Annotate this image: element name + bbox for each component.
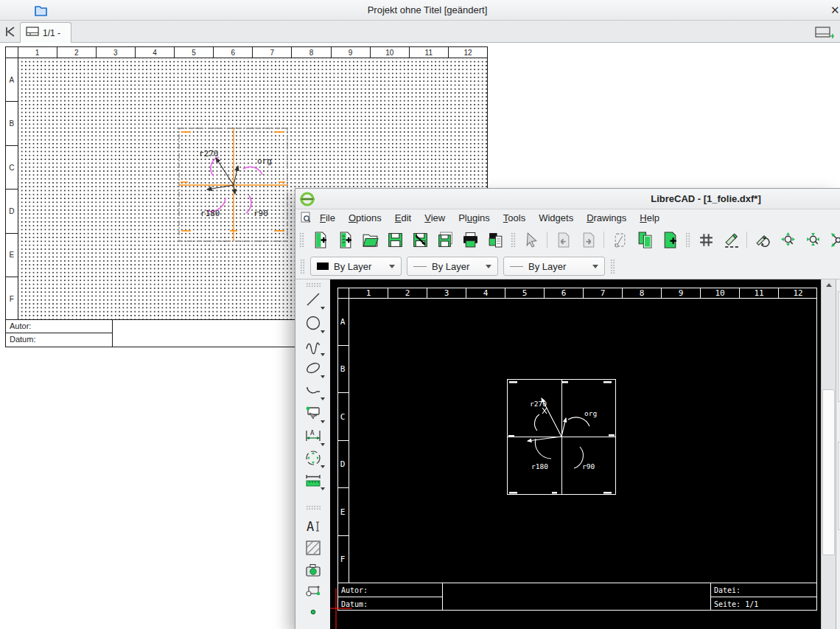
- grid-toggle-icon[interactable]: [696, 230, 715, 249]
- svg-text:6: 6: [561, 288, 567, 298]
- document-new-template-icon[interactable]: [335, 230, 354, 249]
- select-pointer-icon[interactable]: [522, 230, 541, 249]
- circle-tool-icon[interactable]: [303, 313, 323, 333]
- menu-plugins[interactable]: Plugins: [452, 212, 497, 223]
- ruler-row: C: [6, 146, 18, 190]
- palette-handle[interactable]: [306, 282, 321, 287]
- sheet-icon: [26, 27, 39, 39]
- menu-tools[interactable]: Tools: [497, 212, 532, 223]
- svg-text:8: 8: [640, 288, 645, 298]
- hatch-tool-icon[interactable]: [303, 538, 323, 558]
- redraw-icon[interactable]: [753, 230, 772, 249]
- zoom-auto-icon[interactable]: [828, 230, 840, 249]
- line-width-select[interactable]: By Layer: [407, 257, 498, 276]
- ruler-col: 6: [214, 47, 253, 58]
- canvas-seite-label: Seite: 1/1: [714, 600, 758, 608]
- ruler-col: 1: [18, 47, 57, 58]
- scroll-up-icon[interactable]: [822, 279, 836, 291]
- svg-text:B: B: [340, 364, 346, 374]
- line-type-select[interactable]: By Layer: [503, 257, 605, 276]
- paste-icon[interactable]: [660, 230, 679, 249]
- bg-label-r270: r270: [199, 149, 219, 159]
- svg-text:2: 2: [405, 288, 410, 298]
- draft-mode-icon[interactable]: [721, 230, 741, 249]
- drawing-canvas[interactable]: 1 2 3 4 5 6 7 8 9 10 11 12 A B C: [330, 279, 821, 629]
- measure-tool-icon[interactable]: [303, 470, 323, 490]
- toolbar-handle[interactable]: [511, 232, 516, 247]
- cut-icon[interactable]: [610, 230, 629, 249]
- ruler-col: 2: [57, 47, 97, 58]
- text-tool-icon[interactable]: A: [303, 516, 323, 537]
- menu-view[interactable]: View: [418, 212, 452, 223]
- zoom-out-icon[interactable]: [803, 230, 822, 249]
- svg-text:4: 4: [483, 288, 489, 298]
- svg-text:9: 9: [679, 288, 684, 298]
- canvas-label-r180: r180: [531, 462, 548, 470]
- canvas-datum-label: Datum:: [341, 600, 368, 608]
- point-tool-icon[interactable]: [303, 602, 323, 622]
- close-icon[interactable]: ✕: [830, 4, 840, 17]
- tab-label: 1/1 -: [43, 28, 60, 38]
- color-select[interactable]: By Layer: [310, 257, 402, 276]
- toolbar-handle[interactable]: [299, 232, 304, 247]
- restore-document-icon[interactable]: [298, 212, 313, 223]
- spline-tool-icon[interactable]: [303, 336, 323, 356]
- svg-text:5: 5: [522, 288, 528, 298]
- svg-text:A: A: [340, 317, 346, 327]
- move-rotate-tool-icon[interactable]: [303, 448, 323, 468]
- canvas-datei-label: Datei:: [714, 586, 741, 594]
- vertical-scrollbar[interactable]: [821, 279, 836, 629]
- right-dock-edge: [836, 279, 840, 629]
- zoom-in-icon[interactable]: [778, 230, 797, 249]
- select-tool-icon[interactable]: [303, 403, 323, 423]
- canvas-column-ruler: 1 2 3 4 5 6 7 8 9 10 11 12: [366, 288, 803, 298]
- pen-toolbar: By Layer By Layer By Layer: [295, 254, 840, 279]
- menu-drawings[interactable]: Drawings: [580, 212, 633, 223]
- color-swatch-black: [317, 263, 329, 270]
- svg-text:D: D: [340, 459, 346, 469]
- palette-handle[interactable]: [306, 505, 321, 510]
- toolbar-handle[interactable]: [685, 232, 690, 247]
- undo-icon[interactable]: [553, 230, 573, 249]
- document-save-icon[interactable]: [385, 230, 405, 249]
- bg-label-r180: r180: [200, 209, 220, 218]
- scrollbar-thumb[interactable]: [822, 389, 835, 555]
- svg-text:1: 1: [366, 288, 371, 298]
- copy-icon[interactable]: [635, 230, 654, 249]
- line-tool-icon[interactable]: [303, 289, 323, 310]
- line-type-select-value: By Layer: [528, 261, 566, 272]
- tab-sheet-1[interactable]: 1/1 -: [20, 22, 71, 43]
- dimension-tool-icon[interactable]: A: [303, 425, 323, 446]
- toolbar-handle[interactable]: [300, 259, 305, 274]
- ruler-col: 8: [292, 47, 331, 58]
- block-tool-icon[interactable]: [303, 580, 323, 601]
- image-tool-icon[interactable]: [303, 560, 323, 581]
- arc-tool-icon[interactable]: [303, 380, 323, 400]
- menu-help[interactable]: Help: [633, 212, 666, 223]
- print-preview-icon[interactable]: [486, 230, 505, 249]
- menu-options[interactable]: Options: [342, 212, 388, 223]
- bg-block-drawing[interactable]: r270 org r180 r90: [169, 122, 298, 247]
- ruler-row: D: [6, 190, 18, 233]
- canvas-label-org: org: [584, 409, 597, 417]
- ellipse-tool-icon[interactable]: [303, 358, 323, 378]
- ruler-col: 10: [371, 47, 410, 58]
- svg-text:C: C: [340, 412, 346, 422]
- document-open-icon[interactable]: [360, 230, 379, 249]
- document-save-as-icon[interactable]: [410, 230, 430, 249]
- print-icon[interactable]: [461, 230, 480, 249]
- menu-edit[interactable]: Edit: [388, 212, 418, 223]
- add-sheet-icon[interactable]: [815, 27, 834, 43]
- document-save-all-icon[interactable]: [435, 230, 455, 249]
- librecad-titlebar[interactable]: LibreCAD - [1_folie.dxf*]: [295, 189, 840, 209]
- svg-text:A: A: [310, 429, 315, 437]
- chevron-down-icon: [389, 265, 395, 268]
- toolbar-handle[interactable]: [610, 259, 615, 274]
- menu-widgets[interactable]: Widgets: [532, 212, 580, 223]
- first-sheet-icon[interactable]: [3, 25, 18, 41]
- ruler-corner: [6, 47, 18, 58]
- redo-icon[interactable]: [578, 230, 598, 249]
- menu-file[interactable]: File: [313, 212, 342, 223]
- svg-text:3: 3: [444, 288, 449, 298]
- document-new-icon[interactable]: [310, 230, 329, 249]
